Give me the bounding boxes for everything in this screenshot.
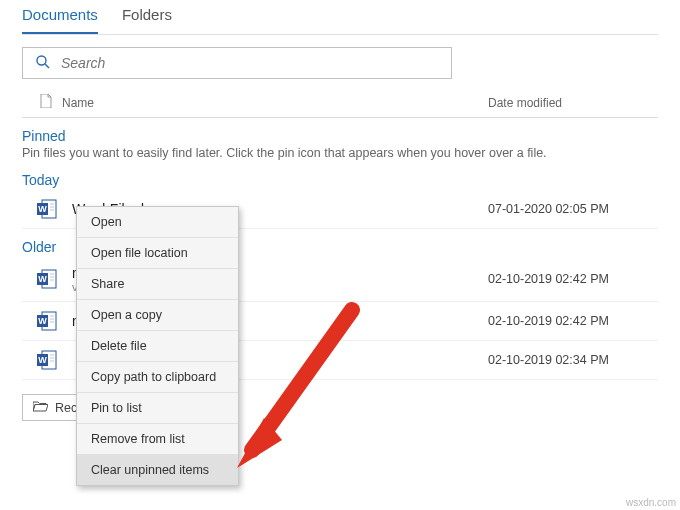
- svg-line-1: [45, 64, 49, 68]
- ctx-delete-file[interactable]: Delete file: [77, 331, 238, 362]
- word-doc-icon: W: [36, 349, 58, 371]
- watermark: wsxdn.com: [626, 497, 676, 508]
- section-today: Today: [22, 162, 658, 190]
- file-icon: [22, 94, 50, 111]
- svg-marker-26: [237, 418, 282, 468]
- ctx-pin-to-list[interactable]: Pin to list: [77, 393, 238, 424]
- header-date[interactable]: Date modified: [488, 96, 658, 110]
- ctx-clear-unpinned[interactable]: Clear unpinned items: [77, 455, 238, 485]
- tab-documents[interactable]: Documents: [22, 0, 98, 34]
- ctx-copy-path[interactable]: Copy path to clipboard: [77, 362, 238, 393]
- section-pinned: Pinned: [22, 118, 658, 146]
- folder-open-icon: [33, 400, 48, 415]
- word-doc-icon: W: [36, 198, 58, 220]
- file-date: 02-10-2019 02:42 PM: [488, 272, 658, 286]
- svg-text:W: W: [38, 316, 47, 326]
- ctx-open[interactable]: Open: [77, 207, 238, 238]
- svg-text:W: W: [38, 355, 47, 365]
- word-doc-icon: W: [36, 268, 58, 290]
- column-headers: Name Date modified: [22, 87, 658, 118]
- svg-point-0: [37, 56, 46, 65]
- file-date: 02-10-2019 02:34 PM: [488, 353, 658, 367]
- tab-folders[interactable]: Folders: [122, 0, 172, 34]
- ctx-open-file-location[interactable]: Open file location: [77, 238, 238, 269]
- ctx-share[interactable]: Share: [77, 269, 238, 300]
- svg-text:W: W: [38, 204, 47, 214]
- search-icon: [35, 54, 51, 73]
- pinned-hint: Pin files you want to easily find later.…: [22, 146, 658, 162]
- word-doc-icon: W: [36, 310, 58, 332]
- tab-bar: Documents Folders: [22, 0, 658, 35]
- header-name[interactable]: Name: [50, 96, 488, 110]
- ctx-remove-from-list[interactable]: Remove from list: [77, 424, 238, 455]
- context-menu: Open Open file location Share Open a cop…: [76, 206, 239, 486]
- search-box[interactable]: [22, 47, 452, 79]
- file-date: 07-01-2020 02:05 PM: [488, 202, 658, 216]
- ctx-open-a-copy[interactable]: Open a copy: [77, 300, 238, 331]
- file-date: 02-10-2019 02:42 PM: [488, 314, 658, 328]
- search-input[interactable]: [61, 55, 439, 71]
- svg-text:W: W: [38, 274, 47, 284]
